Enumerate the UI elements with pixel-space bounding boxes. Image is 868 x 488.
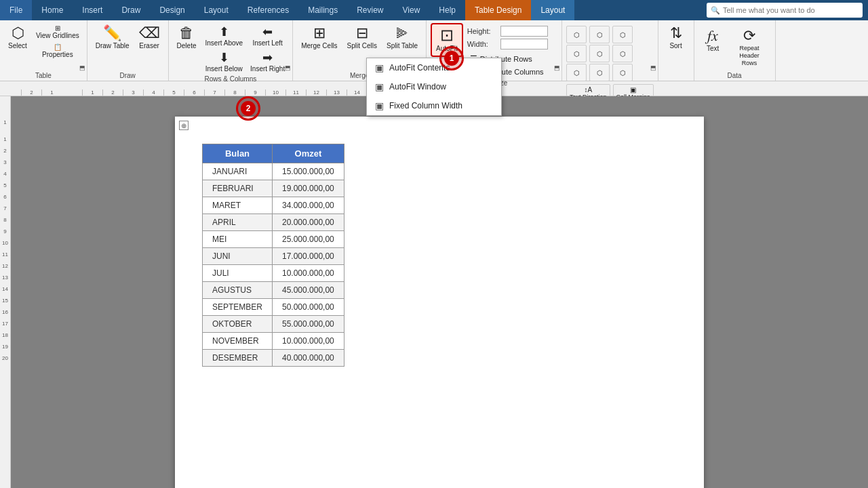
cell-month[interactable]: AGUSTUS xyxy=(203,282,273,299)
split-table-button[interactable]: ⫸ Split Table xyxy=(382,23,422,53)
sort-button[interactable]: ⇅ Sort xyxy=(663,23,690,53)
select-label: Select xyxy=(8,42,27,50)
table-move-handle[interactable]: ⊕ xyxy=(179,121,189,130)
repeat-header-icon: ⟳ xyxy=(743,28,755,43)
cell-month[interactable]: JUNI xyxy=(203,248,273,265)
cell-month[interactable]: JANUARI xyxy=(203,163,273,180)
view-gridlines-label: View Gridlines xyxy=(36,32,79,39)
table-group-expand[interactable]: ⬒ xyxy=(79,64,85,71)
merge-cells-label: Merge Cells xyxy=(301,42,337,50)
ribbon-group-draw: ✏️ Draw Table ⌫ Eraser Draw xyxy=(87,20,169,81)
search-icon: 🔍 xyxy=(711,6,720,15)
tab-file[interactable]: File xyxy=(0,0,32,20)
insert-above-button[interactable]: ⬆ Insert Above xyxy=(201,23,246,48)
tab-help[interactable]: Help xyxy=(429,0,465,20)
cell-amount[interactable]: 19.000.000,00 xyxy=(273,180,344,197)
cell-amount[interactable]: 15.000.000,00 xyxy=(273,163,344,180)
align-mid-left-button[interactable]: ⬡ xyxy=(566,45,587,62)
insert-left-label: Insert Left xyxy=(252,39,282,47)
document-canvas: 1 ⊕ 2 Bulan Omzet JANUAR xyxy=(11,96,868,488)
cell-amount[interactable]: 55.000.000,00 xyxy=(273,316,344,333)
document-page: ⊕ 2 Bulan Omzet JANUARI15.000.000,00FEBR… xyxy=(175,117,704,488)
cell-amount[interactable]: 50.000.000,00 xyxy=(273,299,344,316)
insert-below-label: Insert Below xyxy=(205,65,243,73)
properties-icon: 📋 xyxy=(54,43,62,51)
rows-cols-group-expand[interactable]: ⬒ xyxy=(285,64,291,71)
align-top-left-button[interactable]: ⬡ xyxy=(566,26,587,43)
properties-button[interactable]: 📋 Properties xyxy=(33,42,83,60)
cell-month[interactable]: MARET xyxy=(203,197,273,214)
cell-month[interactable]: FEBRUARI xyxy=(203,180,273,197)
cell-amount[interactable]: 10.000.000,00 xyxy=(273,265,344,282)
autofit-window-item[interactable]: ▣ AutoFit Window xyxy=(367,77,501,96)
split-cells-button[interactable]: ⊟ Split Cells xyxy=(343,23,381,53)
insert-below-button[interactable]: ⬇ Insert Below xyxy=(201,49,246,74)
insert-above-icon: ⬆ xyxy=(219,24,229,39)
width-input[interactable] xyxy=(500,39,548,49)
tab-draw[interactable]: Draw xyxy=(112,0,150,20)
tab-references[interactable]: References xyxy=(238,0,298,20)
cell-amount[interactable]: 20.000.000,00 xyxy=(273,214,344,231)
split-cells-icon: ⊟ xyxy=(356,26,368,41)
vertical-ruler: 1 1 2 3 4 5 6 7 8 9 10 11 12 13 14 15 16… xyxy=(0,96,11,488)
cell-month[interactable]: NOVEMBER xyxy=(203,333,273,350)
text-button[interactable]: 𝑓𝑥 Text xyxy=(699,26,726,56)
tab-home[interactable]: Home xyxy=(32,0,73,20)
eraser-button[interactable]: ⌫ Eraser xyxy=(135,23,164,53)
fixed-column-width-item[interactable]: ▣ Fixed Column Width xyxy=(367,96,501,115)
ribbon-group-table: ⬡ Select ⊞ View Gridlines 📋 Properties T… xyxy=(0,20,87,81)
select-button[interactable]: ⬡ Select xyxy=(4,23,31,53)
tab-design[interactable]: Design xyxy=(150,0,194,20)
draw-buttons: ✏️ Draw Table ⌫ Eraser xyxy=(92,23,164,70)
search-input[interactable] xyxy=(723,6,859,14)
tab-insert[interactable]: Insert xyxy=(73,0,112,20)
autofit-button[interactable]: ⊡ AutoFit xyxy=(431,23,463,57)
tab-mailings[interactable]: Mailings xyxy=(298,0,347,20)
align-bot-right-button[interactable]: ⬡ xyxy=(612,64,633,81)
insert-left-button[interactable]: ⬅ Insert Left xyxy=(247,23,288,48)
cell-amount[interactable]: 40.000.000,00 xyxy=(273,350,344,367)
search-box[interactable]: 🔍 xyxy=(707,3,863,18)
cell-amount[interactable]: 25.000.000,00 xyxy=(273,231,344,248)
delete-button[interactable]: 🗑 Delete xyxy=(173,23,201,53)
merge-cells-button[interactable]: ⊞ Merge Cells xyxy=(297,23,341,53)
tab-layout[interactable]: Layout xyxy=(195,0,238,20)
tab-table-design[interactable]: Table Design xyxy=(465,0,531,20)
align-top-right-button[interactable]: ⬡ xyxy=(612,26,633,43)
repeat-header-label: Repeat Header Rows xyxy=(733,45,766,66)
cell-amount[interactable]: 45.000.000,00 xyxy=(273,282,344,299)
cell-month[interactable]: DESEMBER xyxy=(203,350,273,367)
alignment-group-expand[interactable]: ⬒ xyxy=(650,64,656,71)
tab-review[interactable]: Review xyxy=(347,0,393,20)
ribbon-group-alignment: ⬡ ⬡ ⬡ ⬡ ⬡ ⬡ ⬡ ⬡ ⬡ ↕A Text Direction ▣ Ce… xyxy=(562,20,658,81)
text-label: Text xyxy=(707,45,719,53)
table-row: APRIL20.000.000,00 xyxy=(203,214,344,231)
align-top-center-button[interactable]: ⬡ xyxy=(589,26,610,43)
header-omzet: Omzet xyxy=(273,144,344,163)
height-input[interactable] xyxy=(500,26,548,37)
tab-view[interactable]: View xyxy=(393,0,430,20)
draw-table-button[interactable]: ✏️ Draw Table xyxy=(92,23,134,53)
insert-right-button[interactable]: ➡ Insert Right xyxy=(247,49,288,74)
draw-table-label: Draw Table xyxy=(96,42,130,50)
cell-amount[interactable]: 10.000.000,00 xyxy=(273,333,344,350)
align-bot-left-button[interactable]: ⬡ xyxy=(566,64,587,81)
table-row: OKTOBER55.000.000,00 xyxy=(203,316,344,333)
step-badge-2: 2 xyxy=(241,101,256,116)
tab-layout2[interactable]: Layout xyxy=(531,0,574,20)
align-bot-center-button[interactable]: ⬡ xyxy=(589,64,610,81)
cell-month[interactable]: JULI xyxy=(203,265,273,282)
cell-size-group-expand[interactable]: ⬒ xyxy=(554,64,560,71)
cell-month[interactable]: MEI xyxy=(203,231,273,248)
autofit-contents-item[interactable]: ▣ AutoFit Contents xyxy=(367,58,501,77)
cell-amount[interactable]: 17.000.000,00 xyxy=(273,248,344,265)
align-mid-right-button[interactable]: ⬡ xyxy=(612,45,633,62)
view-gridlines-button[interactable]: ⊞ View Gridlines xyxy=(33,23,83,41)
align-mid-center-button[interactable]: ⬡ xyxy=(589,45,610,62)
cell-amount[interactable]: 34.000.000,00 xyxy=(273,197,344,214)
cell-month[interactable]: OKTOBER xyxy=(203,316,273,333)
cell-month[interactable]: SEPTEMBER xyxy=(203,299,273,316)
cell-month[interactable]: APRIL xyxy=(203,214,273,231)
draw-table-icon: ✏️ xyxy=(103,26,121,41)
repeat-header-button[interactable]: ⟳ Repeat Header Rows xyxy=(729,26,770,69)
